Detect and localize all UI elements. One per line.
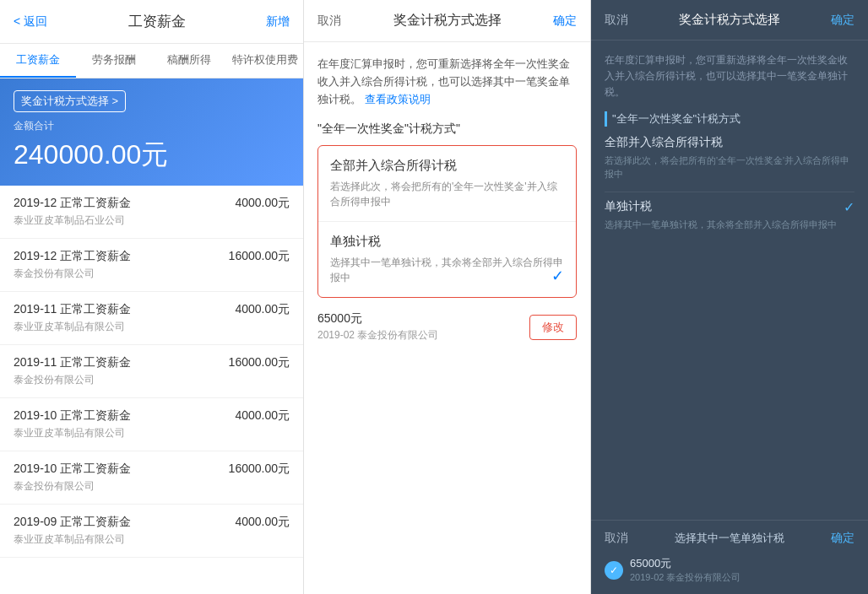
left-title: 工资薪金 [128, 12, 186, 31]
right-panel: 取消 奖金计税方式选择 确定 在年度汇算申报时，您可重新选择将全年一次性奖金收入… [591, 0, 868, 594]
item-amount: 4000.00元 [235, 196, 290, 211]
right-cancel-button[interactable]: 取消 [605, 13, 628, 28]
list-item[interactable]: 2019-09 正常工资薪金 泰业亚皮革制品有限公司 4000.00元 [0, 505, 303, 558]
back-button[interactable]: < 返回 [14, 14, 47, 30]
right-option-desc: 选择其中一笔单独计税，其余将全部并入综合所得申报中 [605, 218, 854, 232]
item-title: 2019-10 正常工资薪金 [14, 462, 131, 477]
salary-list: 2019-12 正常工资薪金 泰业亚皮革制品石业公司 4000.00元 2019… [0, 186, 303, 594]
right-header: 取消 奖金计税方式选择 确定 [591, 0, 868, 40]
amount-value: 240000.00元 [14, 137, 290, 174]
item-title: 2019-10 正常工资薪金 [14, 408, 131, 424]
middle-description: 在年度汇算申报时，您可重新选择将全年一次性奖金收入并入综合所得计税，也可以选择其… [317, 56, 577, 108]
policy-link[interactable]: 查看政策说明 [365, 93, 431, 105]
right-description: 在年度汇算申报时，您可重新选择将全年一次性奖金收入并入综合所得计税，也可以选择其… [605, 52, 854, 101]
tab-manuscript[interactable]: 稿酬所得 [152, 44, 228, 78]
add-button[interactable]: 新增 [266, 14, 290, 30]
item-company: 泰业亚皮革制品有限公司 [14, 532, 131, 547]
list-item[interactable]: 2019-10 正常工资薪金 泰金投份有限公司 16000.00元 [0, 451, 303, 505]
item-amount: 4000.00元 [235, 515, 290, 530]
amount-label: 金额合计 [14, 119, 290, 133]
list-item[interactable]: 2019-11 正常工资薪金 泰金投份有限公司 16000.00元 [0, 345, 303, 398]
item-title: 2019-09 正常工资薪金 [14, 515, 131, 530]
option-desc: 选择其中一笔单独计税，其余将全部并入综合所得申报中 [330, 255, 564, 285]
middle-title: 奖金计税方式选择 [393, 12, 502, 30]
tab-patent[interactable]: 特许权使用费 [227, 44, 303, 78]
item-company: 泰业亚皮革制品石业公司 [14, 213, 131, 228]
item-title: 2019-12 正常工资薪金 [14, 249, 131, 264]
divider [605, 192, 854, 192]
list-item[interactable]: 2019-12 正常工资薪金 泰业亚皮革制品石业公司 4000.00元 [0, 186, 303, 239]
right-option-desc: 若选择此次，将会把所有的'全年一次性奖金'并入综合所得申报中 [605, 154, 854, 181]
item-amount: 4000.00元 [235, 302, 290, 317]
item-title: 2019-11 正常工资薪金 [14, 302, 131, 317]
item-title: 2019-12 正常工资薪金 [14, 196, 131, 211]
right-entry-amount: 65000元 [630, 556, 741, 571]
option-combined[interactable]: 全部并入综合所得计税 若选择此次，将会把所有的'全年一次性奖金'并入综合所得申报… [318, 146, 576, 222]
option-box: 全部并入综合所得计税 若选择此次，将会把所有的'全年一次性奖金'并入综合所得申报… [317, 145, 577, 298]
footer-cancel-button[interactable]: 取消 [605, 531, 628, 546]
tab-salary[interactable]: 工资薪金 [0, 44, 76, 78]
bonus-badge-button[interactable]: 奖金计税方式选择 > [14, 90, 126, 112]
list-item[interactable]: 2019-10 正常工资薪金 泰业亚皮革制品有限公司 4000.00元 [0, 398, 303, 451]
modify-button[interactable]: 修改 [529, 315, 577, 340]
section-heading: 全年一次性奖金"计税方式 [317, 122, 577, 137]
right-title: 奖金计税方式选择 [679, 12, 780, 28]
right-entry-sub: 2019-02 泰金投份有限公司 [630, 571, 741, 584]
item-company: 泰金投份有限公司 [14, 479, 131, 494]
item-company: 泰业亚皮革制品有限公司 [14, 320, 131, 334]
middle-panel: 取消 奖金计税方式选择 确定 在年度汇算申报时，您可重新选择将全年一次性奖金收入… [304, 0, 591, 594]
right-footer: 取消 选择其中一笔单独计税 确定 ✓ 65000元 2019-02 泰金投份有限… [591, 520, 868, 594]
right-option-title: 单独计税 ✓ [605, 199, 854, 214]
entry-company: 2019-02 泰金投份有限公司 [317, 328, 438, 343]
entry-amount: 65000元 [317, 311, 438, 327]
check-icon: ✓ [551, 267, 564, 285]
footer-row: 取消 选择其中一笔单独计税 确定 [605, 531, 854, 546]
right-section-title: "全年一次性奖金"计税方式 [605, 111, 854, 127]
item-amount: 4000.00元 [235, 408, 290, 424]
item-company: 泰金投份有限公司 [14, 373, 131, 387]
bonus-banner: 奖金计税方式选择 > 金额合计 240000.00元 [0, 78, 303, 186]
right-content: 在年度汇算申报时，您可重新选择将全年一次性奖金收入并入综合所得计税，也可以选择其… [591, 40, 868, 520]
option-desc: 若选择此次，将会把所有的'全年一次性奖金'并入综合所得申报中 [330, 179, 564, 209]
entry-circle-icon: ✓ [605, 561, 623, 580]
right-entry-row: ✓ 65000元 2019-02 泰金投份有限公司 [605, 556, 854, 584]
item-title: 2019-11 正常工资薪金 [14, 355, 131, 370]
footer-title: 选择其中一笔单独计税 [675, 531, 784, 546]
item-amount: 16000.00元 [229, 249, 290, 264]
middle-confirm-button[interactable]: 确定 [553, 14, 577, 29]
item-amount: 16000.00元 [229, 355, 290, 370]
option-title: 全部并入综合所得计税 [330, 158, 564, 174]
check-icon: ✓ [844, 199, 854, 215]
middle-header: 取消 奖金计税方式选择 确定 [304, 0, 590, 42]
right-option-combined[interactable]: 全部并入综合所得计税 若选择此次，将会把所有的'全年一次性奖金'并入综合所得申报… [605, 135, 854, 181]
right-confirm-button[interactable]: 确定 [831, 13, 854, 28]
left-header: < 返回 工资薪金 新增 [0, 0, 303, 44]
item-company: 泰业亚皮革制品有限公司 [14, 426, 131, 440]
left-panel: < 返回 工资薪金 新增 工资薪金 劳务报酬 稿酬所得 特许权使用费 奖金计税方… [0, 0, 304, 594]
item-amount: 16000.00元 [229, 462, 290, 477]
tab-labor[interactable]: 劳务报酬 [76, 44, 152, 78]
left-tabs: 工资薪金 劳务报酬 稿酬所得 特许权使用费 [0, 44, 303, 78]
right-option-separate[interactable]: 单独计税 ✓ 选择其中一笔单独计税，其余将全部并入综合所得申报中 [605, 199, 854, 232]
right-option-title: 全部并入综合所得计税 [605, 135, 854, 150]
middle-cancel-button[interactable]: 取消 [317, 14, 341, 29]
item-company: 泰金投份有限公司 [14, 267, 131, 281]
list-item[interactable]: 2019-11 正常工资薪金 泰业亚皮革制品有限公司 4000.00元 [0, 292, 303, 345]
option-separate[interactable]: 单独计税 选择其中一笔单独计税，其余将全部并入综合所得申报中 ✓ [318, 222, 576, 297]
list-item[interactable]: 2019-12 正常工资薪金 泰金投份有限公司 16000.00元 [0, 239, 303, 292]
middle-content: 在年度汇算申报时，您可重新选择将全年一次性奖金收入并入综合所得计税，也可以选择其… [304, 42, 590, 594]
entry-row: 65000元 2019-02 泰金投份有限公司 修改 [317, 311, 577, 343]
option-title: 单独计税 [330, 234, 564, 250]
footer-confirm-button[interactable]: 确定 [831, 531, 854, 546]
